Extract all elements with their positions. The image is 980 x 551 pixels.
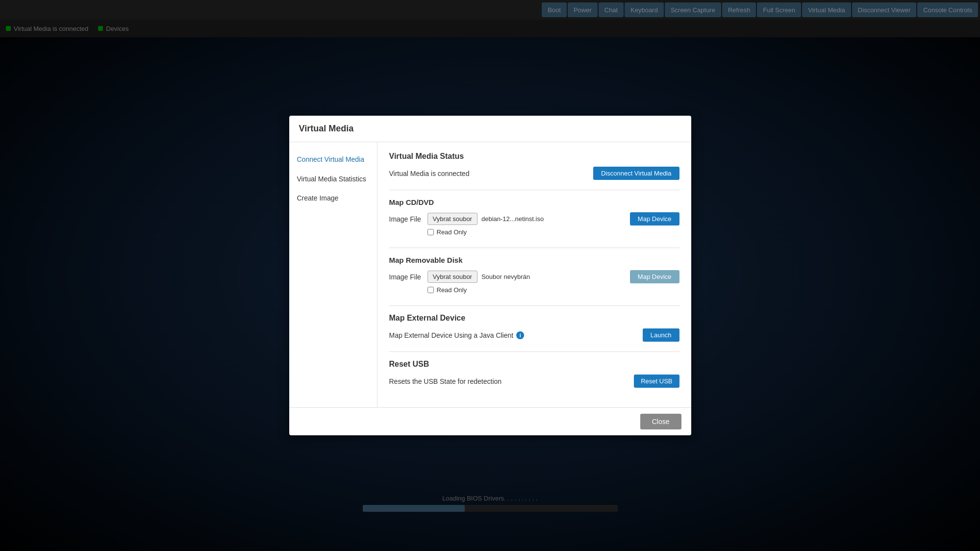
vm-status-row: Virtual Media is connected Disconnect Vi… — [389, 167, 679, 180]
removable-image-file-label: Image File — [389, 273, 424, 281]
modal-body: Connect Virtual Media Virtual Media Stat… — [289, 142, 691, 407]
reset-usb-title: Reset USB — [389, 360, 679, 369]
nav-connect-virtual-media[interactable]: Connect Virtual Media — [289, 150, 377, 170]
map-cddvd-section: Map CD/DVD Image File Vybrat soubor debi… — [389, 198, 679, 236]
modal-header: Virtual Media — [289, 116, 691, 142]
modal-title: Virtual Media — [299, 124, 354, 133]
map-removable-disk-section: Map Removable Disk Image File Vybrat sou… — [389, 256, 679, 294]
reset-usb-row: Resets the USB State for redetection Res… — [389, 375, 679, 388]
nav-create-image[interactable]: Create Image — [289, 189, 377, 208]
nav-virtual-media-statistics[interactable]: Virtual Media Statistics — [289, 170, 377, 189]
map-external-device-section: Map External Device Map External Device … — [389, 314, 679, 342]
launch-button[interactable]: Launch — [643, 328, 679, 342]
map-cddvd-title: Map CD/DVD — [389, 198, 679, 206]
map-external-device-desc: Map External Device Using a Java Client … — [389, 331, 525, 339]
vm-status-section-title: Virtual Media Status — [389, 152, 679, 161]
vm-connected-text: Virtual Media is connected — [389, 170, 470, 177]
map-removable-disk-file-row: Image File Vybrat soubor Soubor nevybrán… — [389, 270, 679, 283]
removable-readonly-row: Read Only — [389, 286, 679, 294]
virtual-media-modal: Virtual Media Connect Virtual Media Virt… — [289, 116, 691, 435]
divider-2 — [389, 248, 679, 248]
removable-readonly-label: Read Only — [437, 286, 467, 294]
map-external-device-row: Map External Device Using a Java Client … — [389, 328, 679, 342]
disconnect-virtual-media-button[interactable]: Disconnect Virtual Media — [593, 167, 679, 180]
map-external-device-title: Map External Device — [389, 314, 679, 323]
reset-usb-button[interactable]: Reset USB — [634, 375, 679, 388]
removable-map-device-button[interactable]: Map Device — [630, 270, 679, 283]
removable-file-name: Soubor nevybrán — [481, 273, 530, 280]
close-button[interactable]: Close — [640, 414, 681, 429]
cddvd-file-name: debian-12...netinst.iso — [481, 215, 544, 223]
divider-4 — [389, 351, 679, 352]
reset-usb-desc: Resets the USB State for redetection — [389, 377, 502, 385]
removable-readonly-checkbox[interactable] — [427, 287, 434, 293]
modal-overlay: Virtual Media Connect Virtual Media Virt… — [0, 0, 980, 551]
modal-footer: Close — [289, 407, 691, 435]
cddvd-choose-button[interactable]: Vybrat soubor — [427, 213, 477, 225]
removable-choose-button[interactable]: Vybrat soubor — [427, 271, 477, 283]
divider-1 — [389, 190, 679, 190]
cddvd-readonly-label: Read Only — [437, 228, 467, 236]
map-removable-disk-title: Map Removable Disk — [389, 256, 679, 264]
cddvd-map-device-button[interactable]: Map Device — [630, 212, 679, 225]
cddvd-image-file-label: Image File — [389, 215, 424, 223]
virtual-media-status-section: Virtual Media Status Virtual Media is co… — [389, 152, 679, 180]
modal-main-content: Virtual Media Status Virtual Media is co… — [377, 142, 691, 407]
reset-usb-section: Reset USB Resets the USB State for redet… — [389, 360, 679, 388]
divider-3 — [389, 305, 679, 306]
info-icon: i — [516, 331, 524, 339]
modal-sidebar: Connect Virtual Media Virtual Media Stat… — [289, 142, 377, 407]
cddvd-readonly-checkbox[interactable] — [427, 229, 434, 235]
cddvd-readonly-row: Read Only — [389, 228, 679, 236]
map-cddvd-file-row: Image File Vybrat soubor debian-12...net… — [389, 212, 679, 225]
